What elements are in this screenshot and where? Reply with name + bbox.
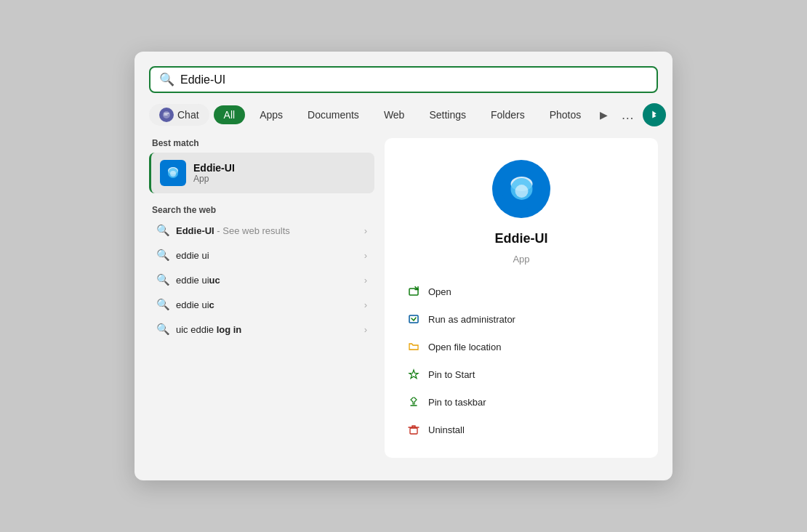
bing-icon[interactable]	[643, 103, 666, 126]
tab-documents-label: Documents	[308, 109, 359, 121]
arrow-icon-4: ›	[364, 299, 367, 310]
action-pin-taskbar-label: Pin to taskbar	[428, 397, 486, 408]
web-result-text-1: Eddie-UI - See web results	[176, 225, 358, 236]
tab-chat[interactable]: Chat	[149, 104, 209, 126]
tab-web[interactable]: Web	[374, 105, 415, 124]
arrow-icon-5: ›	[364, 324, 367, 335]
action-list: Open Run as administrator	[399, 278, 643, 443]
content-area: Best match Eddie-UI App	[149, 138, 658, 458]
web-search-section: Search the web 🔍 Eddie-UI - See web resu…	[149, 201, 374, 342]
action-pin-start-label: Pin to Start	[428, 369, 475, 380]
best-match-app-type: App	[193, 174, 235, 184]
svg-rect-11	[410, 428, 417, 434]
best-match-item[interactable]: Eddie-UI App	[149, 153, 374, 193]
right-panel-app-type: App	[513, 254, 529, 265]
web-result-2[interactable]: 🔍 eddie ui ›	[149, 243, 374, 267]
arrow-icon-2: ›	[364, 250, 367, 261]
svg-rect-10	[409, 315, 418, 323]
web-result-4[interactable]: 🔍 eddie uic ›	[149, 292, 374, 317]
tab-folders-label: Folders	[491, 109, 525, 121]
web-result-text-2: eddie ui	[176, 250, 358, 261]
folder-icon	[406, 339, 421, 354]
action-open[interactable]: Open	[399, 278, 643, 305]
open-icon	[406, 284, 421, 299]
svg-point-4	[170, 171, 176, 177]
tab-all-label: All	[224, 109, 236, 121]
web-result-text-3: eddie uiuc	[176, 275, 358, 286]
pin-taskbar-icon	[406, 395, 421, 409]
best-match-label: Best match	[149, 138, 374, 148]
tab-apps[interactable]: Apps	[249, 105, 293, 124]
svg-point-8	[515, 185, 528, 198]
action-pin-start[interactable]: Pin to Start	[399, 360, 643, 388]
more-button[interactable]: …	[617, 105, 638, 126]
play-button[interactable]: ▶	[595, 106, 612, 124]
chat-icon	[159, 108, 174, 122]
search-web-icon-5: 🔍	[156, 323, 170, 336]
search-input[interactable]	[180, 73, 648, 86]
action-uninstall-label: Uninstall	[428, 424, 465, 435]
web-result-1[interactable]: 🔍 Eddie-UI - See web results ›	[149, 218, 374, 243]
web-result-5[interactable]: 🔍 uic eddie log in ›	[149, 317, 374, 342]
pin-start-icon	[406, 367, 421, 382]
search-icon: 🔍	[159, 72, 174, 87]
tab-chat-label: Chat	[177, 109, 199, 121]
eddie-ui-icon-large	[492, 160, 550, 218]
admin-icon	[406, 312, 421, 326]
search-web-icon-4: 🔍	[156, 298, 170, 311]
search-bar: 🔍	[149, 66, 658, 93]
tab-all[interactable]: All	[214, 105, 246, 124]
action-uninstall[interactable]: Uninstall	[399, 416, 643, 443]
right-panel: Eddie-UI App Open	[385, 138, 658, 458]
tab-apps-label: Apps	[260, 109, 283, 121]
web-result-text-5: uic eddie log in	[176, 324, 358, 335]
search-web-icon-2: 🔍	[156, 249, 170, 262]
best-match-section: Best match Eddie-UI App	[149, 138, 374, 193]
tab-settings[interactable]: Settings	[419, 105, 476, 124]
left-panel: Best match Eddie-UI App	[149, 138, 374, 458]
search-web-icon-1: 🔍	[156, 224, 170, 237]
web-section-label: Search the web	[152, 205, 374, 215]
right-panel-app-name: Eddie-UI	[494, 231, 547, 246]
best-match-text: Eddie-UI App	[193, 162, 235, 184]
uninstall-icon	[406, 422, 421, 437]
search-window: 🔍 Chat All Apps Documents Web	[134, 52, 672, 480]
tab-documents[interactable]: Documents	[297, 105, 369, 124]
action-open-label: Open	[428, 286, 451, 297]
action-run-admin-label: Run as administrator	[428, 314, 515, 325]
eddie-ui-icon-small	[160, 160, 186, 186]
search-web-icon-3: 🔍	[156, 273, 170, 286]
web-result-text-4: eddie uic	[176, 299, 358, 310]
best-match-app-name: Eddie-UI	[193, 162, 235, 174]
tab-settings-label: Settings	[429, 109, 466, 121]
tab-photos[interactable]: Photos	[539, 105, 592, 124]
web-result-3[interactable]: 🔍 eddie uiuc ›	[149, 267, 374, 292]
filter-tabs: Chat All Apps Documents Web Settings Fol…	[149, 103, 658, 126]
action-run-admin[interactable]: Run as administrator	[399, 305, 643, 333]
tab-photos-label: Photos	[550, 109, 582, 121]
arrow-icon-1: ›	[364, 225, 367, 236]
tab-web-label: Web	[384, 109, 405, 121]
arrow-icon-3: ›	[364, 275, 367, 286]
tab-folders[interactable]: Folders	[481, 105, 535, 124]
action-file-location-label: Open file location	[428, 342, 501, 352]
action-file-location[interactable]: Open file location	[399, 333, 643, 360]
action-pin-taskbar[interactable]: Pin to taskbar	[399, 388, 643, 416]
